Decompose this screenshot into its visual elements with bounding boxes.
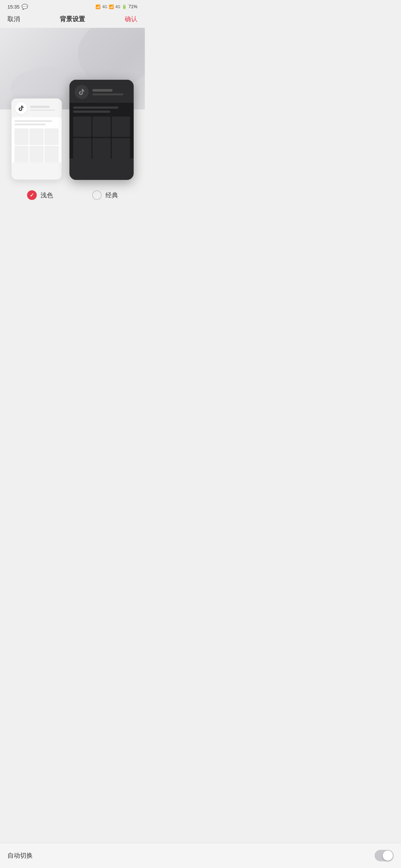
check-icon: ✓	[30, 192, 34, 198]
dark-grid	[73, 116, 130, 158]
grid-cell-1	[14, 128, 29, 145]
dark-header-lines	[92, 89, 128, 95]
light-header-lines	[30, 106, 58, 111]
dark-card-body	[69, 103, 134, 158]
spacer	[0, 200, 145, 244]
classic-theme-option[interactable]: 经典	[72, 190, 137, 200]
light-radio[interactable]: ✓	[27, 190, 37, 200]
light-grid	[14, 128, 59, 162]
classic-radio[interactable]	[92, 190, 102, 200]
dark-card-header	[69, 80, 134, 103]
dark-body-lines	[73, 106, 130, 113]
battery-icon: 🔋	[122, 4, 127, 9]
line-2	[30, 109, 55, 111]
cancel-button[interactable]: 取消	[7, 15, 20, 23]
theme-options: ✓ 浅色 经典	[0, 190, 145, 200]
status-bar: 15:35 💬 📶 4G 📶 4G 🔋 71%	[0, 0, 145, 12]
status-indicators: 📶 4G 📶 4G 🔋 71%	[95, 4, 137, 9]
dark-body-line-2	[73, 111, 110, 113]
grid-cell-5	[29, 146, 43, 162]
confirm-button[interactable]: 确认	[125, 15, 137, 23]
light-theme-option[interactable]: ✓ 浅色	[7, 190, 72, 200]
body-line-1	[14, 120, 52, 122]
dark-grid-cell-6	[112, 138, 130, 158]
grid-cell-6	[45, 146, 59, 162]
light-body-lines	[14, 120, 59, 125]
dark-grid-cell-2	[92, 116, 111, 137]
dark-grid-cell-1	[73, 116, 91, 137]
light-card-body	[12, 117, 62, 162]
light-theme-card[interactable]	[11, 98, 62, 180]
grid-cell-4	[14, 146, 29, 162]
line-1	[30, 106, 50, 108]
light-avatar	[15, 102, 27, 114]
grid-cell-2	[29, 128, 43, 145]
grid-cell-3	[45, 128, 59, 145]
wechat-icon: 💬	[22, 4, 28, 10]
dark-grid-cell-4	[73, 138, 91, 158]
dark-theme-card[interactable]	[69, 80, 134, 180]
light-card-header	[12, 99, 62, 117]
dark-line-1	[92, 89, 112, 92]
light-theme-label: 浅色	[40, 191, 53, 200]
tiktok-icon-light	[18, 105, 25, 112]
tiktok-icon-dark	[78, 88, 85, 96]
theme-cards-container	[0, 80, 145, 180]
classic-theme-label: 经典	[105, 191, 118, 200]
body-line-2	[14, 124, 46, 125]
dark-grid-cell-5	[92, 138, 111, 158]
page-title: 背景设置	[60, 15, 85, 23]
status-time: 15:35 💬	[7, 4, 28, 10]
header: 取消 背景设置 确认	[0, 12, 145, 28]
dark-grid-cell-3	[112, 116, 130, 137]
dark-line-2	[92, 93, 123, 95]
dark-avatar	[75, 85, 89, 99]
dark-body-line-1	[73, 106, 118, 109]
